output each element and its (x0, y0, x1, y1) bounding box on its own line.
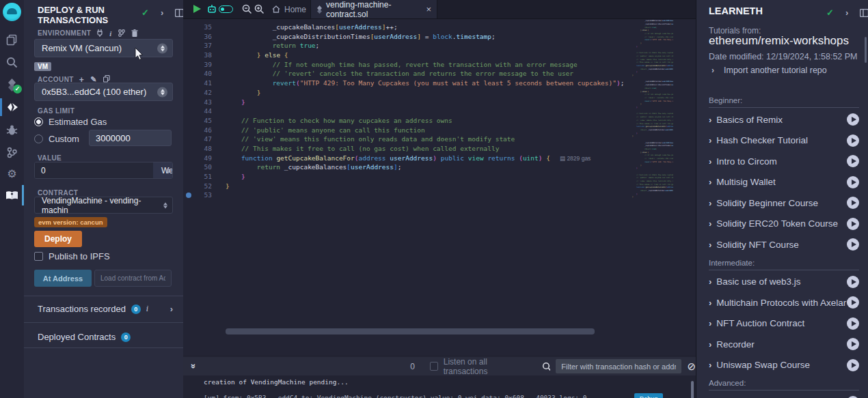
breakpoint-gutter[interactable] (183, 116, 194, 126)
copilot-toggle[interactable] (219, 5, 233, 13)
tutorial-play-icon[interactable] (847, 197, 859, 209)
zoom-out-icon[interactable] (242, 4, 252, 14)
tutorial-play-icon[interactable] (847, 218, 859, 230)
learneth-expand-icon[interactable]: › (845, 8, 848, 18)
tutorial-play-icon[interactable] (847, 238, 859, 251)
at-address-button[interactable]: At Address (34, 270, 92, 287)
custom-gas-input[interactable] (89, 130, 172, 146)
code-line[interactable]: 42 } (183, 88, 696, 98)
breakpoint-gutter[interactable] (183, 106, 194, 116)
tutorial-play-icon[interactable] (847, 113, 859, 126)
breakpoint-gutter[interactable] (183, 23, 194, 32)
breakpoint-gutter[interactable] (183, 88, 194, 98)
tutorial-play-icon[interactable] (847, 276, 859, 288)
at-address-input[interactable] (94, 270, 172, 287)
tutorial-item[interactable]: ›NFT Auction Contract (709, 313, 859, 335)
breakpoint-gutter[interactable] (183, 69, 194, 79)
tutorial-item[interactable]: ›Solidity ERC20 Token Course (709, 214, 859, 235)
tutorial-play-icon[interactable] (847, 155, 859, 167)
code-area[interactable]: 35 _cupcakeBalances[userAddress]++;36 _c… (183, 18, 696, 337)
code-line[interactable]: 43 } (183, 98, 696, 107)
breakpoint-gutter[interactable] (183, 144, 194, 154)
breakpoint-gutter[interactable] (183, 41, 194, 51)
value-input[interactable] (35, 162, 153, 178)
terminal-filter-input[interactable] (556, 359, 681, 373)
breakpoint-gutter[interactable] (183, 60, 194, 70)
plug-icon[interactable] (96, 29, 103, 37)
contract-select[interactable]: VendingMachine - vending-machin (34, 197, 173, 214)
terminal-search-icon[interactable] (542, 362, 551, 371)
delete-environment-icon[interactable] (131, 29, 138, 37)
debug-button[interactable]: Debug (634, 393, 663, 398)
code-line[interactable]: 41 revert("HTTP 429: Too Many Cupcakes (… (183, 79, 696, 88)
code-line[interactable]: 52} (183, 182, 696, 191)
code-line[interactable]: 36 _cupcakeDistributionTimes[userAddress… (183, 32, 696, 42)
copy-account-icon[interactable] (103, 75, 110, 83)
transactions-info-icon[interactable]: i (146, 304, 148, 314)
breakpoint-gutter[interactable] (183, 190, 194, 200)
learneth-scrollbar[interactable] (865, 37, 867, 63)
breakpoint-gutter[interactable] (183, 134, 194, 144)
tutorial-item[interactable]: ›Multichain Protocols with Axelar (709, 292, 859, 313)
breakpoint-gutter[interactable] (183, 32, 194, 42)
value-unit-select[interactable]: Wei (153, 162, 173, 178)
source-control-icon[interactable] (0, 143, 24, 162)
custom-gas-radio[interactable] (34, 134, 43, 143)
settings-icon[interactable]: ⚙ (0, 164, 24, 183)
remix-logo-icon[interactable] (3, 3, 21, 21)
tutorial-play-icon[interactable] (847, 176, 859, 188)
learneth-icon[interactable] (0, 186, 24, 205)
deploy-button[interactable]: Deploy (34, 231, 82, 247)
tutorial-play-icon[interactable] (847, 338, 859, 350)
expand-terminal-icon[interactable]: « (187, 364, 198, 369)
transactions-expand-icon[interactable]: › (170, 304, 173, 314)
zoom-in-icon[interactable] (254, 4, 265, 14)
breakpoint-gutter[interactable] (183, 51, 194, 60)
tutorial-item[interactable]: ›Multisig Wallet (709, 172, 859, 193)
debugger-icon[interactable] (0, 120, 24, 139)
breakpoint-gutter[interactable] (183, 182, 194, 191)
tutorial-item[interactable]: ›Recorder (709, 334, 859, 355)
tutorial-play-icon[interactable] (847, 296, 859, 309)
code-line[interactable]: 37 return true; (183, 41, 696, 51)
tutorial-item[interactable]: ›Uniswap Swap Course (709, 355, 859, 376)
tutorial-item[interactable]: ›Basic use of web3.js (709, 272, 859, 293)
solidity-compiler-icon[interactable]: ✓ (0, 75, 24, 94)
breakpoint-gutter[interactable] (183, 79, 194, 88)
deploy-run-icon[interactable] (0, 98, 24, 117)
code-line[interactable]: 47 // 'view' means this function only re… (183, 134, 696, 144)
breakpoint-gutter[interactable] (183, 172, 194, 182)
editor-minimap[interactable]: _cupcakeBalances[userAddress]++; _cupcak… (632, 19, 673, 213)
breakpoint-gutter[interactable] (183, 162, 194, 172)
breakpoint-gutter[interactable] (183, 98, 194, 107)
env-info-icon[interactable]: i (109, 29, 111, 38)
code-line[interactable]: 48 // This makes it free to call (no gas… (183, 144, 696, 154)
code-line[interactable]: 45 // Function to check how many cupcake… (183, 116, 696, 126)
environment-select[interactable]: Remix VM (Cancun) (34, 39, 173, 57)
code-line[interactable]: 51 } (183, 172, 696, 182)
code-line[interactable]: 40 // 'revert' cancels the transaction a… (183, 69, 696, 79)
tutorial-play-icon[interactable] (847, 359, 859, 371)
tutorial-item[interactable]: ›Basics of Remix (709, 109, 859, 130)
tab-home[interactable]: Home (267, 0, 312, 18)
breakpoint-gutter[interactable] (183, 126, 194, 135)
clear-console-icon[interactable]: ⊘ (687, 360, 696, 373)
search-icon[interactable] (0, 53, 24, 72)
breakpoint-gutter[interactable] (183, 154, 194, 163)
fork-environment-icon[interactable] (118, 29, 125, 37)
tab-vending-machine-contract[interactable]: vending-machine-contract.sol × (310, 0, 437, 18)
file-explorer-icon[interactable] (0, 30, 24, 49)
code-line[interactable]: 38 } else { (183, 51, 696, 60)
code-line[interactable]: 50 return _cupcakeBalances[userAddress]; (183, 162, 696, 172)
estimated-gas-radio[interactable] (34, 117, 43, 126)
code-line[interactable]: 39 // If not enough time has passed, rev… (183, 60, 696, 70)
code-line[interactable]: 44 (183, 106, 696, 116)
publish-ipfs-checkbox[interactable] (34, 252, 43, 261)
tutorial-play-icon[interactable] (847, 134, 859, 147)
account-select[interactable]: 0x5B3...eddC4 (100 ether) (34, 83, 173, 101)
tutorial-item[interactable]: ›All about Proxy Contracts (709, 392, 859, 398)
editor-horizontal-scrollbar[interactable] (226, 328, 595, 335)
listen-transactions-checkbox[interactable] (430, 362, 438, 371)
code-line[interactable]: 46 // 'public' means anyone can call thi… (183, 126, 696, 135)
import-tutorial-repo[interactable]: › Import another tutorial repo (711, 66, 827, 75)
